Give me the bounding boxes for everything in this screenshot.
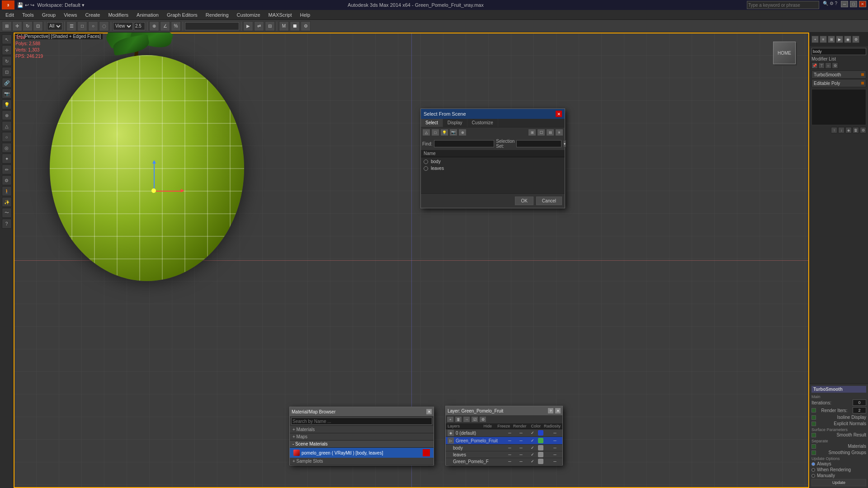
layer-freeze[interactable]: ─	[515, 431, 527, 435]
layer-hide[interactable]: ─	[504, 438, 515, 443]
lt-biped[interactable]: 🚶	[2, 186, 12, 196]
layer-radiosity[interactable]: ─	[549, 459, 561, 464]
render-setup[interactable]: ⚙	[301, 21, 311, 31]
rotate-tool[interactable]: ↻	[23, 21, 33, 31]
dlg-shapes[interactable]: □	[431, 129, 439, 136]
lt-shape[interactable]: △	[2, 121, 12, 131]
lt-move[interactable]: ✛	[2, 45, 12, 55]
logo-button[interactable]: 3	[2, 0, 14, 9]
scene-materials-section[interactable]: - Scene Materials	[290, 441, 434, 448]
navigation-cube[interactable]: HOME	[773, 42, 800, 69]
lt-scale[interactable]: ⊡	[2, 67, 12, 77]
modifier-editable-poly[interactable]: Editable Poly	[811, 79, 866, 87]
minimize-button[interactable]: ─	[841, 1, 848, 7]
layer-color-cell[interactable]	[538, 459, 549, 464]
rect-select[interactable]: □	[77, 21, 87, 31]
lm-delete-layer[interactable]: 🗑	[455, 416, 462, 422]
ts-explicit-check[interactable]	[811, 422, 816, 426]
ok-button[interactable]: OK	[515, 197, 533, 205]
material-browser-close[interactable]: ✕	[426, 409, 432, 414]
ts-render-iters-check[interactable]	[811, 408, 816, 413]
close-button[interactable]: ✕	[859, 1, 866, 7]
rp-modify[interactable]: ≡	[820, 36, 827, 43]
selection-name-input[interactable]	[185, 22, 239, 30]
menu-graph-editors[interactable]: Graph Editors	[163, 11, 201, 19]
layer-hide[interactable]: ─	[504, 446, 515, 450]
dlg-select-invert[interactable]: ⊟	[546, 129, 554, 136]
selection-set-input[interactable]	[516, 140, 561, 147]
ts-isoline-check[interactable]	[811, 415, 816, 420]
layer-color-cell[interactable]	[538, 452, 549, 457]
dlg-all-geom[interactable]: △	[422, 129, 430, 136]
leaves-radio[interactable]	[424, 166, 428, 171]
tab-display[interactable]: Display	[443, 119, 467, 127]
lt-nurbs[interactable]: 〜	[2, 208, 12, 218]
lm-select-layer[interactable]: ☑	[471, 416, 478, 422]
layer-row-default[interactable]: ◈ 0 (default) ─ ─ ✓ ─	[446, 429, 562, 437]
dlg-select-all[interactable]: ⊞	[528, 129, 536, 136]
menu-modifiers[interactable]: Modifiers	[104, 11, 132, 19]
layer-row-pomelo[interactable]: ▷ Green_Pomelo_Fruit ─ ─ ✓ ─	[446, 437, 562, 445]
layer-render[interactable]: ✓	[527, 438, 538, 443]
menu-customize[interactable]: Customize	[233, 11, 264, 19]
lt-select[interactable]: ↖	[2, 34, 12, 44]
lt-light[interactable]: 💡	[2, 99, 12, 109]
object-name-input[interactable]	[811, 48, 866, 55]
dlg-helpers[interactable]: ⊕	[458, 129, 467, 136]
show-end[interactable]: ⊤	[818, 62, 825, 69]
move-up[interactable]: ↑	[831, 127, 837, 133]
lt-rotate[interactable]: ↻	[2, 56, 12, 66]
dlg-display-options[interactable]: ≡	[555, 129, 563, 136]
lt-particle[interactable]: ✦	[2, 154, 12, 164]
rp-hierarchy[interactable]: ⊞	[828, 36, 835, 43]
menu-rendering[interactable]: Rendering	[202, 11, 232, 19]
snap-toggle[interactable]: ⊕	[149, 21, 159, 31]
material-editor[interactable]: M	[279, 21, 289, 31]
layer-manager-help[interactable]: ?	[548, 408, 553, 413]
dlg-lights[interactable]: 💡	[440, 129, 448, 136]
cancel-button[interactable]: Cancel	[536, 197, 562, 205]
move-down[interactable]: ↓	[838, 127, 844, 133]
lt-effects[interactable]: ✨	[2, 197, 12, 207]
maximize-button[interactable]: □	[850, 1, 857, 7]
modifier-turbosmooth[interactable]: TurboSmooth	[811, 70, 866, 79]
find-input[interactable]	[434, 140, 494, 147]
layer-freeze[interactable]: ─	[515, 438, 527, 443]
ts-render-iters-input[interactable]	[853, 407, 866, 413]
ts-when-rendering-radio[interactable]	[811, 468, 815, 472]
menu-maxscript[interactable]: MAXScript	[265, 11, 296, 19]
rp-utilities[interactable]: ⚙	[852, 36, 859, 43]
align-btn[interactable]: ⊟	[265, 21, 275, 31]
search-input[interactable]	[747, 1, 819, 9]
move-tool[interactable]: ✛	[12, 21, 22, 31]
modifier-config[interactable]: ⚙	[860, 127, 866, 133]
layer-row-body[interactable]: body ─ ─ ✓ ─	[446, 445, 562, 451]
nav-cube-face[interactable]: HOME	[773, 42, 796, 64]
layer-color-cell[interactable]	[538, 445, 549, 450]
layer-color-cell[interactable]	[538, 430, 549, 436]
material-search-input[interactable]	[291, 418, 432, 425]
layer-row-leaves[interactable]: leaves ─ ─ ✓ ─	[446, 451, 562, 458]
layer-freeze[interactable]: ─	[515, 459, 527, 464]
lt-dynamics[interactable]: ⚙	[2, 175, 12, 185]
ts-iterations-input[interactable]	[853, 399, 866, 406]
menu-help[interactable]: Help	[297, 11, 314, 19]
configure[interactable]: ⚙	[832, 62, 838, 69]
layer-freeze[interactable]: ─	[515, 446, 527, 450]
play-btn[interactable]: ▶	[243, 21, 253, 31]
pin-stack[interactable]: 📌	[811, 62, 818, 69]
sample-slots-section[interactable]: + Sample Slots	[290, 458, 434, 465]
layer-row-green-pomelo[interactable]: Green_Pomelo_F ─ ─ ✓ ─	[446, 458, 562, 465]
menu-views[interactable]: Views	[60, 11, 80, 19]
lt-camera[interactable]: 📷	[2, 89, 12, 99]
menu-tools[interactable]: Tools	[19, 11, 38, 19]
mirror-btn[interactable]: ⇌	[254, 21, 264, 31]
scale-tool[interactable]: ⊡	[33, 21, 43, 31]
layer-radiosity[interactable]: ─	[549, 431, 561, 435]
layer-color-cell[interactable]	[538, 438, 549, 443]
circle-select[interactable]: ○	[88, 21, 98, 31]
layer-freeze[interactable]: ─	[515, 452, 527, 457]
menu-create[interactable]: Create	[81, 11, 104, 19]
body-radio[interactable]	[424, 160, 428, 164]
lt-link[interactable]: 🔗	[2, 78, 12, 88]
